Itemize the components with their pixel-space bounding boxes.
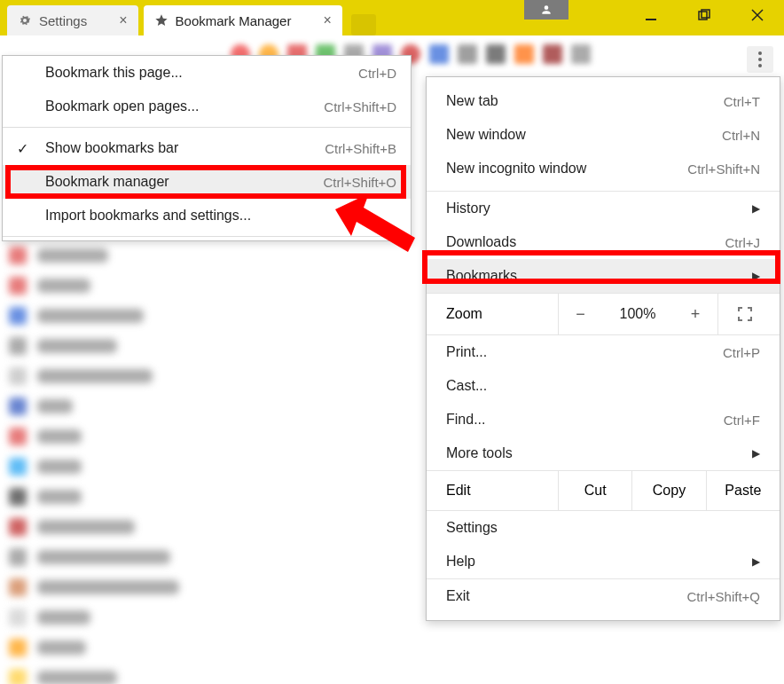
zoom-out-button[interactable]: − (558, 294, 602, 334)
menu-item-label: Bookmarks (446, 268, 517, 284)
menu-settings[interactable]: Settings (427, 511, 780, 545)
menu-item-label: Find... (446, 412, 485, 428)
menu-import-bookmarks[interactable]: Import bookmarks and settings... (3, 199, 411, 232)
menu-item-shortcut: Ctrl+T (724, 94, 760, 109)
menu-item-label: More tools (446, 445, 513, 461)
paste-button[interactable]: Paste (706, 471, 780, 510)
menu-item-label: New tab (446, 93, 498, 109)
menu-edit-row: Edit Cut Copy Paste (427, 471, 780, 510)
maximize-button[interactable] (678, 0, 731, 30)
menu-item-label: Import bookmarks and settings... (45, 208, 251, 224)
menu-history[interactable]: History ▶ (427, 192, 780, 225)
menu-item-label: Downloads (446, 234, 516, 250)
menu-separator (3, 236, 411, 237)
window-controls (624, 0, 784, 35)
minimize-button[interactable] (624, 0, 678, 30)
menu-bookmark-this-page[interactable]: Bookmark this page... Ctrl+D (3, 56, 411, 90)
tab-bookmark-manager[interactable]: Bookmark Manager × (144, 5, 342, 35)
menu-item-label: Help (446, 554, 475, 570)
zoom-in-button[interactable]: + (673, 294, 717, 334)
menu-show-bookmarks-bar[interactable]: ✓ Show bookmarks bar Ctrl+Shift+B (3, 131, 411, 165)
menu-item-label: Show bookmarks bar (45, 140, 178, 156)
menu-exit[interactable]: Exit Ctrl+Shift+Q (427, 579, 780, 613)
menu-find[interactable]: Find... Ctrl+F (427, 403, 780, 436)
menu-item-shortcut: Ctrl+Shift+N (687, 161, 760, 177)
tab-label: Bookmark Manager (176, 13, 292, 28)
menu-item-label: Bookmark open pages... (45, 98, 199, 114)
chevron-right-icon: ▶ (752, 202, 760, 215)
edit-label: Edit (427, 471, 558, 510)
gear-icon (18, 13, 32, 28)
menu-new-window[interactable]: New window Ctrl+N (427, 118, 780, 152)
menu-item-shortcut: Ctrl+D (358, 66, 396, 81)
menu-item-shortcut: Ctrl+N (722, 128, 760, 143)
menu-new-incognito[interactable]: New incognito window Ctrl+Shift+N (427, 152, 780, 185)
cut-button[interactable]: Cut (558, 471, 631, 510)
menu-item-shortcut: Ctrl+Shift+D (324, 99, 396, 114)
menu-new-tab[interactable]: New tab Ctrl+T (427, 84, 780, 118)
chevron-right-icon: ▶ (752, 270, 760, 282)
menu-item-label: New incognito window (446, 161, 586, 177)
fullscreen-button[interactable] (717, 294, 771, 334)
menu-more-tools[interactable]: More tools ▶ (427, 436, 780, 470)
menu-item-label: Bookmark manager (45, 174, 169, 190)
menu-item-shortcut: Ctrl+P (723, 345, 760, 360)
star-icon (154, 13, 169, 28)
menu-bookmarks[interactable]: Bookmarks ▶ (427, 259, 780, 293)
window-titlebar: Settings × Bookmark Manager × (0, 0, 784, 35)
menu-separator (3, 127, 411, 128)
menu-item-shortcut: Ctrl+Shift+O (323, 175, 396, 190)
menu-item-shortcut: Ctrl+F (724, 413, 760, 428)
copy-button[interactable]: Copy (631, 471, 705, 510)
check-icon: ✓ (17, 140, 28, 157)
blurred-bookmark-list (9, 247, 204, 684)
chevron-right-icon: ▶ (752, 447, 760, 460)
close-window-button[interactable] (731, 0, 784, 30)
chrome-menu-button[interactable] (747, 46, 773, 73)
menu-bookmark-open-pages[interactable]: Bookmark open pages... Ctrl+Shift+D (3, 90, 411, 123)
bookmarks-submenu: Bookmark this page... Ctrl+D Bookmark op… (2, 55, 412, 241)
menu-item-label: Exit (446, 588, 470, 604)
tab-strip: Settings × Bookmark Manager × (0, 0, 376, 35)
menu-downloads[interactable]: Downloads Ctrl+J (427, 225, 780, 259)
tab-settings[interactable]: Settings × (7, 5, 138, 35)
svg-point-5 (758, 51, 762, 55)
close-icon[interactable]: × (119, 12, 127, 28)
menu-item-label: Bookmark this page... (45, 65, 183, 81)
svg-point-6 (758, 58, 762, 61)
zoom-label: Zoom (427, 306, 558, 322)
profile-indicator[interactable] (524, 0, 568, 20)
new-tab-button[interactable] (351, 14, 376, 35)
close-icon[interactable]: × (323, 12, 331, 28)
menu-item-shortcut: Ctrl+J (725, 235, 760, 250)
menu-cast[interactable]: Cast... (427, 369, 780, 403)
zoom-value: 100% (602, 306, 673, 322)
menu-item-label: Cast... (446, 378, 487, 394)
menu-bookmark-manager[interactable]: Bookmark manager Ctrl+Shift+O (3, 165, 411, 199)
svg-rect-0 (646, 19, 656, 20)
menu-zoom-row: Zoom − 100% + (427, 294, 780, 334)
menu-item-label: Print... (446, 344, 487, 360)
chrome-main-menu: New tab Ctrl+T New window Ctrl+N New inc… (426, 76, 780, 621)
tab-label: Settings (39, 13, 87, 28)
chevron-right-icon: ▶ (752, 555, 760, 568)
menu-item-shortcut: Ctrl+Shift+Q (686, 589, 760, 604)
menu-item-label: Settings (446, 520, 498, 536)
menu-item-label: New window (446, 127, 526, 143)
svg-point-7 (758, 64, 762, 67)
menu-item-label: History (446, 200, 490, 216)
menu-help[interactable]: Help ▶ (427, 545, 780, 578)
menu-print[interactable]: Print... Ctrl+P (427, 335, 780, 369)
menu-item-shortcut: Ctrl+Shift+B (325, 141, 396, 156)
